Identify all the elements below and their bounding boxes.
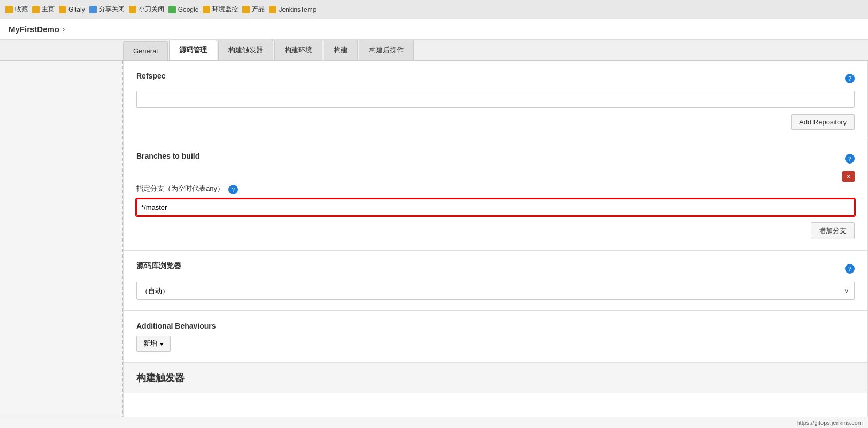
add-branch-button[interactable]: 增加分支 <box>811 222 855 239</box>
breadcrumb-arrow: › <box>63 25 65 33</box>
refspec-section: Refspec ? Add Repository <box>124 61 867 141</box>
bookmark-1[interactable]: 收藏 <box>5 5 28 14</box>
bookmark-label-3: Gitaly <box>68 6 85 13</box>
bookmark-4[interactable]: 分享关闭 <box>89 5 125 14</box>
bookmark-3[interactable]: Gitaly <box>59 6 85 13</box>
refspec-input[interactable] <box>136 91 855 108</box>
additional-behaviours-label: Additional Behaviours <box>136 322 855 330</box>
tab-build-env[interactable]: 构建环境 <box>274 40 322 60</box>
bookmark-label-6: Google <box>178 6 199 13</box>
bookmark-label-9: JenkinsTemp <box>279 6 316 13</box>
status-bar: https://gitops.jenkins.com <box>0 417 868 428</box>
bookmark-icon-2 <box>32 6 40 13</box>
tab-post-build[interactable]: 构建后操作 <box>359 40 414 60</box>
status-url: https://gitops.jenkins.com <box>796 419 863 426</box>
remove-branch-button[interactable]: x <box>842 171 855 182</box>
bookmark-2[interactable]: 主页 <box>32 5 55 14</box>
bookmark-6[interactable]: Google <box>168 6 199 13</box>
source-browser-select[interactable]: （自动） <box>136 282 855 300</box>
bookmark-icon-1 <box>5 6 13 13</box>
browser-bookmarks-bar: 收藏 主页 Gitaly 分享关闭 小刀关闭 Google 环境监控 产品 Je… <box>0 0 868 19</box>
additional-add-button[interactable]: 新增 ▾ <box>136 336 171 352</box>
additional-behaviours-section: Additional Behaviours 新增 ▾ <box>124 311 867 363</box>
left-panel <box>0 61 123 428</box>
branches-section: Branches to build ? x 指定分支（为空时代表any） ? 增… <box>124 141 867 251</box>
bookmark-label-4: 分享关闭 <box>99 5 125 14</box>
bookmark-icon-9 <box>269 6 276 13</box>
bookmark-label-7: 环境监控 <box>212 5 238 14</box>
bookmark-label-2: 主页 <box>42 5 55 14</box>
bookmark-icon-5 <box>129 6 136 13</box>
form-area: Refspec ? Add Repository Branches to bui… <box>123 61 868 428</box>
tab-general[interactable]: General <box>123 41 168 60</box>
tab-source-management[interactable]: 源码管理 <box>169 40 217 60</box>
bookmark-8[interactable]: 产品 <box>242 5 265 14</box>
add-arrow-icon: ▾ <box>160 340 164 348</box>
build-trigger-heading: 构建触发器 <box>124 363 867 393</box>
bookmark-icon-3 <box>59 6 66 13</box>
bookmark-9[interactable]: JenkinsTemp <box>269 6 316 13</box>
branches-help-icon[interactable]: ? <box>845 154 855 164</box>
bookmark-icon-4 <box>89 6 97 13</box>
bookmark-7[interactable]: 环境监控 <box>203 5 238 14</box>
source-browser-label: 源码库浏览器 <box>136 261 181 271</box>
bookmark-label-5: 小刀关闭 <box>139 5 164 14</box>
branch-input[interactable] <box>136 199 855 216</box>
bookmark-label-8: 产品 <box>252 5 265 14</box>
bookmark-icon-7 <box>203 6 210 13</box>
branch-sub-help-icon[interactable]: ? <box>228 185 238 194</box>
add-label: 新增 <box>143 339 157 348</box>
bookmark-5[interactable]: 小刀关闭 <box>129 5 164 14</box>
branches-label: Branches to build <box>136 152 199 160</box>
add-repository-button[interactable]: Add Repository <box>791 114 855 130</box>
tabs-bar: General 源码管理 构建触发器 构建环境 构建 构建后操作 <box>0 40 868 61</box>
source-browser-select-wrapper: （自动） <box>136 282 855 300</box>
main-content: Refspec ? Add Repository Branches to bui… <box>0 61 868 428</box>
tab-build[interactable]: 构建 <box>324 40 358 60</box>
tab-build-trigger[interactable]: 构建触发器 <box>218 40 273 60</box>
project-name[interactable]: MyFirstDemo <box>9 25 59 34</box>
breadcrumb: MyFirstDemo › <box>0 19 868 40</box>
refspec-label: Refspec <box>136 72 165 80</box>
branch-sub-label: 指定分支（为空时代表any） <box>136 184 224 193</box>
bookmark-icon-8 <box>242 6 250 13</box>
source-browser-help-icon[interactable]: ? <box>845 264 855 274</box>
source-browser-section: 源码库浏览器 ? （自动） <box>124 251 867 311</box>
bookmark-icon-6 <box>168 6 176 13</box>
bookmark-label-1: 收藏 <box>15 5 28 14</box>
refspec-help-icon[interactable]: ? <box>845 74 855 83</box>
